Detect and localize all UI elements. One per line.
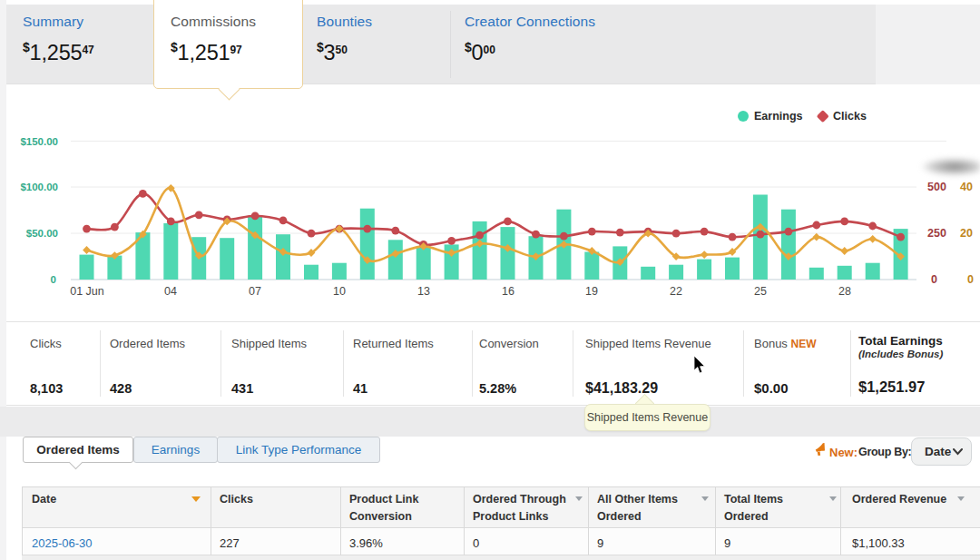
svg-text:25: 25 xyxy=(754,285,767,298)
svg-text:$50.00: $50.00 xyxy=(26,228,58,239)
svg-text:0: 0 xyxy=(931,273,937,286)
svg-text:22: 22 xyxy=(670,285,682,298)
svg-text:0: 0 xyxy=(51,274,56,285)
svg-text:20: 20 xyxy=(960,227,973,240)
svg-text:04: 04 xyxy=(164,285,177,298)
svg-text:01 Jun: 01 Jun xyxy=(70,285,104,298)
svg-text:$100.00: $100.00 xyxy=(20,182,58,192)
svg-text:19: 19 xyxy=(585,285,598,298)
svg-text:250: 250 xyxy=(927,227,946,240)
svg-text:$150.00: $150.00 xyxy=(20,136,58,147)
svg-text:0: 0 xyxy=(967,273,974,286)
svg-text:10: 10 xyxy=(333,285,346,298)
svg-text:07: 07 xyxy=(249,285,261,298)
svg-text:40: 40 xyxy=(960,181,973,193)
svg-text:500: 500 xyxy=(927,181,946,193)
svg-text:16: 16 xyxy=(502,285,514,298)
svg-text:13: 13 xyxy=(417,285,430,298)
svg-text:28: 28 xyxy=(838,285,851,298)
